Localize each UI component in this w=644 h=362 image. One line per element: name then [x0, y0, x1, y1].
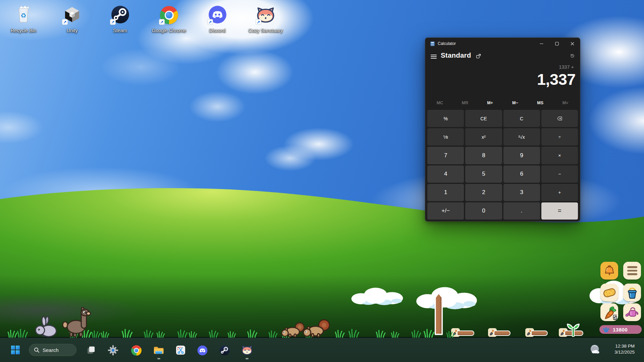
recycle-bin-icon: ♻	[14, 4, 33, 24]
key-3[interactable]: 3	[503, 184, 540, 201]
squirrel-pet[interactable]	[302, 316, 331, 338]
window-title: Calculator	[438, 41, 456, 46]
shortcut-arrow-icon: ↗	[62, 19, 68, 25]
calculator-window: Calculator Standard	[425, 38, 580, 222]
memory-add-button[interactable]: M+	[478, 99, 503, 107]
key-2[interactable]: 2	[465, 184, 502, 201]
settings-button[interactable]	[108, 345, 118, 356]
key-8[interactable]: 8	[465, 147, 502, 164]
dirt-plank	[531, 330, 548, 336]
key-percent[interactable]: %	[427, 110, 464, 127]
fence-post[interactable]	[434, 290, 443, 337]
tray-weather-icon[interactable]	[589, 344, 601, 355]
start-button[interactable]	[11, 346, 20, 354]
calculator-expression: 1337 +	[559, 64, 574, 70]
key-0[interactable]: 0	[465, 202, 502, 220]
paw-points-counter[interactable]: 13800	[599, 325, 642, 334]
calculator-titlebar[interactable]: Calculator	[425, 38, 580, 49]
grass-tuft	[121, 328, 133, 338]
taskbar-steam-button[interactable]	[219, 345, 230, 356]
key-5[interactable]: 5	[465, 166, 502, 183]
desktop-icon-recycle-bin[interactable]: ♻ Recycle Bin	[1, 3, 46, 33]
menu-button[interactable]	[429, 53, 438, 61]
memory-recall-button: MR	[452, 99, 478, 107]
key-reciprocal[interactable]: ⅟x	[427, 128, 464, 145]
search-label: Search	[43, 347, 59, 353]
key-add[interactable]: +	[541, 184, 578, 201]
key-multiply[interactable]: ×	[541, 147, 578, 164]
sponge-button[interactable]	[600, 284, 618, 301]
dirt-plank	[494, 330, 511, 336]
menu-icon	[627, 266, 637, 275]
memory-row: MC MR M+ M− MS M˅	[427, 99, 578, 107]
taskbar-snipping-tool-button[interactable]	[176, 345, 185, 355]
desktop-icon-google-chrome[interactable]: ↗ Google Chrome	[147, 3, 191, 33]
desktop-icon-label: Steam	[98, 28, 142, 33]
carrot-count-badge: 5	[613, 314, 616, 321]
grass-tuft	[156, 330, 165, 338]
bucket-button[interactable]	[623, 284, 641, 301]
clock-date: 3/12/2025	[601, 349, 635, 355]
llama-pet[interactable]	[62, 307, 93, 338]
desktop-icon-label: Google Chrome	[147, 28, 191, 33]
memory-clear-button: MC	[427, 99, 452, 107]
desktop-icon-discord[interactable]: ↗ Discord	[195, 3, 239, 33]
windows-start-icon	[11, 346, 20, 354]
chrome-icon	[131, 345, 142, 356]
close-icon	[571, 42, 574, 46]
maximize-button[interactable]	[549, 38, 565, 49]
key-backspace[interactable]	[541, 110, 578, 127]
rabbit-pet[interactable]	[34, 316, 58, 338]
desktop-icon-unity[interactable]: ↗ Unity	[50, 3, 94, 33]
watering-can-button[interactable]	[623, 303, 641, 321]
taskbar-clock[interactable]: 12:38 PM 3/12/2025	[601, 343, 635, 355]
taskbar-search[interactable]: Search	[29, 344, 76, 356]
history-icon[interactable]	[569, 53, 576, 59]
taskbar-discord-button[interactable]	[197, 345, 208, 356]
grass-tuft	[189, 330, 197, 338]
key-equals[interactable]: =	[541, 202, 578, 220]
memory-flyout-button: M˅	[553, 99, 578, 107]
memory-store-button[interactable]: MS	[528, 99, 553, 107]
close-button[interactable]	[565, 38, 580, 49]
grass-tuft	[101, 330, 109, 338]
grass-tuft	[247, 329, 258, 338]
taskbar-file-explorer-button[interactable]	[153, 346, 164, 355]
key-negate[interactable]: +/−	[427, 202, 464, 220]
running-indicator	[157, 358, 160, 359]
task-view-button[interactable]	[86, 345, 96, 355]
sponge-icon	[602, 287, 616, 299]
taskbar-chrome-button[interactable]	[131, 345, 142, 356]
memory-subtract-button[interactable]: M−	[502, 99, 528, 107]
shortcut-arrow-icon: ↗	[256, 19, 261, 25]
game-menu-button[interactable]	[623, 262, 641, 280]
keep-on-top-icon[interactable]	[476, 53, 482, 59]
key-decimal[interactable]: .	[503, 202, 540, 220]
key-6[interactable]: 6	[503, 166, 540, 183]
key-subtract[interactable]: −	[541, 166, 578, 183]
key-clear-entry[interactable]: CE	[465, 110, 502, 127]
steam-icon	[219, 345, 230, 356]
carrot-button[interactable]: 5	[600, 303, 618, 321]
notifications-bell-button[interactable]	[600, 262, 618, 280]
minimize-button[interactable]	[534, 38, 549, 49]
calculator-keypad: % CE C ⅟x x² ²√x ÷ 7 8 9 × 4 5 6 − 1 2 3	[427, 110, 578, 220]
desktop-screen: ♻ Recycle Bin ↗ Unity ↗ Steam ↗ Googl	[0, 0, 644, 362]
desktop-icon-steam[interactable]: ↗ Steam	[98, 3, 142, 33]
desktop-icon-cozy-sanctuary[interactable]: ↗ Cozy Sanctuary	[244, 3, 288, 33]
calculator-nav: Standard	[425, 50, 580, 63]
shortcut-arrow-icon: ↗	[159, 19, 165, 25]
key-square-root[interactable]: ²√x	[503, 128, 540, 145]
key-square[interactable]: x²	[465, 128, 502, 145]
key-4[interactable]: 4	[427, 166, 464, 183]
grass-tuft	[391, 330, 399, 338]
key-7[interactable]: 7	[427, 147, 464, 164]
shortcut-arrow-icon: ↗	[207, 19, 213, 25]
key-9[interactable]: 9	[503, 147, 540, 164]
key-clear[interactable]: C	[503, 110, 540, 127]
taskbar-cozy-sanctuary-button[interactable]	[241, 345, 253, 356]
key-divide[interactable]: ÷	[541, 128, 578, 145]
key-1[interactable]: 1	[427, 184, 464, 201]
grass-tuft	[423, 328, 435, 338]
svg-text:♻: ♻	[20, 12, 26, 19]
